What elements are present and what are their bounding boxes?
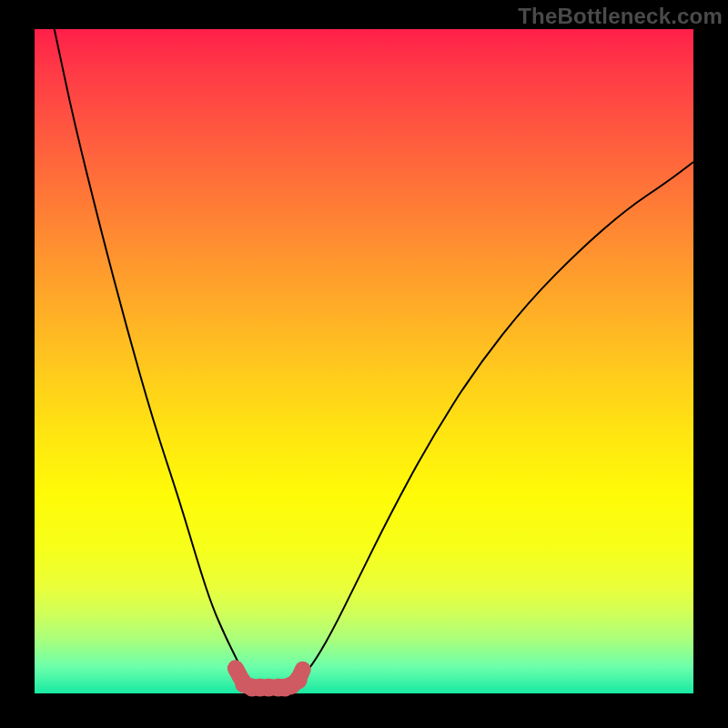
valley-marker: [297, 663, 309, 676]
right-curve: [298, 162, 693, 680]
plot-area: [35, 29, 693, 693]
watermark-text: TheBottleneck.com: [518, 4, 723, 29]
valley-marker: [229, 662, 242, 674]
left-curve: [55, 29, 249, 680]
chart-frame: TheBottleneck.com: [0, 0, 728, 728]
curve-layer: [35, 29, 693, 693]
